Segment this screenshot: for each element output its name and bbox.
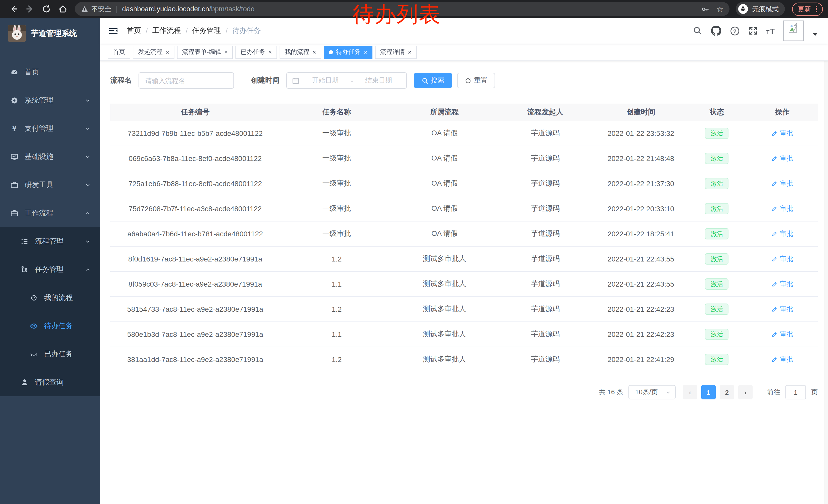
breadcrumb-current: 待办任务 — [232, 26, 261, 35]
goto-page-input[interactable] — [785, 385, 806, 400]
col-header: 任务编号 — [110, 108, 280, 117]
date-range-picker[interactable]: 开始日期 - 结束日期 — [286, 72, 407, 89]
breadcrumb-item[interactable]: 工作流程 — [152, 26, 181, 35]
approve-link[interactable]: 审批 — [772, 129, 793, 138]
tab[interactable]: 流程表单-编辑 × — [177, 45, 233, 59]
close-icon[interactable]: × — [268, 49, 272, 55]
key-icon[interactable] — [701, 5, 709, 13]
close-icon[interactable]: × — [313, 49, 316, 55]
tab[interactable]: 首页 — [108, 45, 130, 59]
sidebar-item-infra[interactable]: 基础设施 — [0, 142, 100, 171]
prev-page-button[interactable]: ‹ — [683, 385, 697, 400]
sidebar-item-leave-query[interactable]: 请假查询 — [0, 368, 100, 396]
tab[interactable]: 我的流程 × — [280, 45, 321, 59]
task-name-cell: 1.2 — [280, 355, 393, 364]
sidebar-item-todo-tasks[interactable]: 待办任务 — [0, 312, 100, 340]
approve-link[interactable]: 审批 — [772, 305, 793, 314]
home-icon[interactable] — [57, 4, 68, 14]
url-path[interactable]: /bpm/task/todo — [209, 5, 254, 13]
status-cell: 激活 — [687, 329, 747, 340]
bunny-avatar — [8, 25, 26, 42]
close-icon[interactable]: × — [166, 49, 169, 55]
update-button[interactable]: 更新 — [792, 2, 823, 16]
starter-cell: 芋道源码 — [496, 179, 595, 188]
fullscreen-icon[interactable] — [748, 26, 757, 35]
tab[interactable]: 流程详情 × — [375, 45, 417, 59]
sidebar-logo[interactable]: 芋道管理系统 — [0, 18, 100, 49]
approve-link[interactable]: 审批 — [772, 179, 793, 188]
process-name-input[interactable] — [138, 72, 234, 89]
star-icon[interactable]: ☆ — [716, 4, 723, 13]
reload-icon[interactable] — [41, 4, 51, 14]
sidebar-item-label: 基础设施 — [25, 152, 53, 161]
flow-icon — [20, 265, 29, 274]
close-icon[interactable]: × — [224, 49, 228, 55]
approve-link[interactable]: 审批 — [772, 254, 793, 264]
action-cell: 审批 — [747, 204, 818, 213]
sidebar-item-workflow[interactable]: 工作流程 — [0, 199, 100, 227]
total-count: 共 16 条 — [599, 387, 623, 397]
sidebar-item-label: 首页 — [25, 67, 39, 77]
page-size-select[interactable]: 10条/页 — [628, 385, 676, 400]
tab[interactable]: 发起流程 × — [133, 45, 174, 59]
forward-icon[interactable] — [25, 4, 35, 14]
task-id-cell: 8f0d1619-7ac8-11ec-a9e2-a2380e71991a — [110, 255, 280, 263]
start-date-placeholder[interactable]: 开始日期 — [303, 76, 348, 85]
more-menu-icon[interactable] — [816, 6, 817, 12]
url-host[interactable]: dashboard.yudao.iocoder.cn — [122, 5, 209, 13]
end-date-placeholder[interactable]: 结束日期 — [356, 76, 401, 85]
sidebar-item-home[interactable]: 首页 — [0, 58, 100, 86]
status-cell: 激活 — [687, 278, 747, 290]
update-label[interactable]: 更新 — [798, 4, 811, 13]
approve-link[interactable]: 审批 — [772, 355, 793, 364]
sidebar-item-label: 支付管理 — [25, 124, 53, 133]
back-icon[interactable] — [8, 4, 18, 14]
search-button[interactable]: 搜索 — [414, 73, 452, 88]
tab[interactable]: 待办任务 × — [324, 45, 372, 59]
search-icon[interactable] — [693, 26, 702, 35]
incognito-icon — [738, 4, 748, 14]
github-icon[interactable] — [711, 26, 721, 36]
page-button-2[interactable]: 2 — [720, 385, 734, 400]
sidebar-item-task-mgmt[interactable]: 任务管理 — [0, 255, 100, 283]
address-divider — [117, 5, 117, 12]
sidebar-item-payment[interactable]: ¥ 支付管理 — [0, 114, 100, 142]
reset-button[interactable]: 重置 — [457, 73, 495, 88]
status-cell: 激活 — [687, 253, 747, 265]
process-cell: 测试多审批人 — [393, 305, 496, 314]
caret-down-icon[interactable] — [813, 33, 818, 36]
breadcrumb-item[interactable]: 首页 — [127, 26, 141, 35]
sidebar-toggle-icon[interactable] — [108, 26, 119, 36]
table-row: 8f059c03-7ac8-11ec-a9e2-a2380e71991a 1.1… — [110, 272, 818, 297]
status-cell: 激活 — [687, 128, 747, 139]
sidebar-item-process-mgmt[interactable]: 流程管理 — [0, 227, 100, 255]
help-icon[interactable]: ? — [730, 26, 740, 36]
sidebar-item-devtools[interactable]: 研发工具 — [0, 171, 100, 199]
approve-link[interactable]: 审批 — [772, 229, 793, 238]
sidebar-item-system[interactable]: 系统管理 — [0, 86, 100, 114]
page-button-1[interactable]: 1 — [701, 385, 716, 400]
avatar[interactable] — [783, 20, 804, 41]
sidebar-item-done-tasks[interactable]: 已办任务 — [0, 340, 100, 368]
approve-link[interactable]: 审批 — [772, 204, 793, 213]
task-id-cell: 8f059c03-7ac8-11ec-a9e2-a2380e71991a — [110, 280, 280, 288]
security-label[interactable]: 不安全 — [91, 4, 111, 13]
status-badge: 激活 — [705, 304, 729, 315]
starter-cell: 芋道源码 — [496, 204, 595, 213]
chevron-down-icon — [85, 238, 91, 244]
sidebar-item-my-process[interactable]: 我的流程 — [0, 283, 100, 312]
tab[interactable]: 已办任务 × — [236, 45, 277, 59]
approve-link[interactable]: 审批 — [772, 279, 793, 289]
table-row: 73211d9d-7b9b-11ec-b5b7-acde48001122 一级审… — [110, 121, 818, 146]
approve-link[interactable]: 审批 — [772, 330, 793, 339]
next-page-button[interactable]: › — [738, 385, 753, 400]
close-icon[interactable]: × — [364, 49, 367, 55]
create-time-cell: 2022-01-22 21:48:48 — [595, 154, 687, 163]
approve-link[interactable]: 审批 — [772, 154, 793, 163]
close-icon[interactable]: × — [408, 49, 411, 55]
font-size-icon[interactable]: TT — [766, 27, 775, 35]
breadcrumb-item[interactable]: 任务管理 — [192, 26, 221, 35]
task-id-cell: 58154733-7ac8-11ec-a9e2-a2380e71991a — [110, 305, 280, 313]
eye-off-icon — [30, 350, 38, 358]
scrollbar[interactable] — [824, 18, 828, 504]
